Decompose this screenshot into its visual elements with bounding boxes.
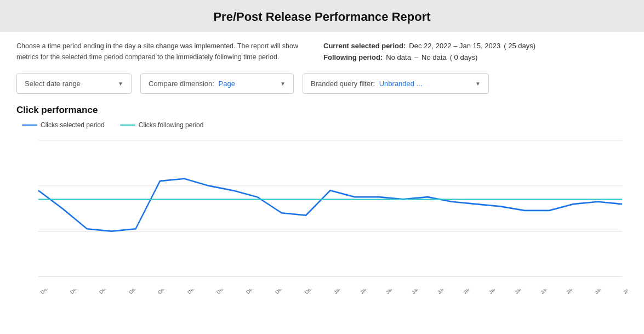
branded-query-filter-value: Unbranded ... xyxy=(379,80,423,88)
chart-section-title: Click performance xyxy=(0,101,644,121)
current-period-label: Current selected period: xyxy=(323,42,406,50)
x-label-20: Jan 11, 2023 xyxy=(594,289,628,310)
date-range-dropdown[interactable]: Select date range ▼ xyxy=(16,73,132,94)
period-info: Current selected period: Dec 22, 2022 – … xyxy=(323,41,628,61)
legend-label-selected: Clicks selected period xyxy=(41,121,105,129)
following-period-label: Following period: xyxy=(323,53,383,61)
legend-line-selected xyxy=(22,124,37,126)
chart-container: 3K 2K 1K 0 xyxy=(16,134,628,288)
compare-dimension-value: Page xyxy=(219,80,235,88)
following-period-days: ( 0 days) xyxy=(450,53,478,61)
current-period-line: Current selected period: Dec 22, 2022 – … xyxy=(323,42,628,50)
page-title: Pre/Post Release Performance Report xyxy=(11,10,633,24)
branded-arrow-icon: ▼ xyxy=(475,81,481,87)
chart-svg: 3K 2K 1K 0 xyxy=(38,134,622,288)
branded-query-filter-label: Branded query filter: Unbranded ... xyxy=(311,80,422,88)
date-range-arrow-icon: ▼ xyxy=(118,81,123,87)
compare-dimension-label: Compare dimension: Page xyxy=(149,80,235,88)
following-period-start: No data xyxy=(386,53,411,61)
legend-label-following: Clicks following period xyxy=(139,121,204,129)
chart-legend: Clicks selected period Clicks following … xyxy=(0,121,644,134)
compare-dimension-dropdown[interactable]: Compare dimension: Page ▼ xyxy=(140,73,294,94)
date-range-label: Select date range xyxy=(25,80,81,88)
legend-item-following: Clicks following period xyxy=(120,121,204,129)
following-period-line: Following period: No data – No data ( 0 … xyxy=(323,53,628,61)
legend-item-selected: Clicks selected period xyxy=(22,121,105,129)
branded-query-filter-dropdown[interactable]: Branded query filter: Unbranded ... ▼ xyxy=(303,73,489,94)
chart-area: 3K 2K 1K 0 Dec 22, 2022 Dec 23, 2022 Dec… xyxy=(0,134,644,324)
following-period-end: No data xyxy=(421,53,447,61)
current-period-days: ( 25 days) xyxy=(504,42,535,50)
legend-line-following xyxy=(120,124,135,126)
clicks-selected-line xyxy=(38,179,622,231)
page: Pre/Post Release Performance Report Choo… xyxy=(0,0,644,334)
x-axis-labels: Dec 22, 2022 Dec 23, 2022 Dec 24, 2022 D… xyxy=(16,289,628,319)
compare-arrow-icon: ▼ xyxy=(280,81,286,87)
following-period-sep: – xyxy=(414,53,418,61)
info-row: Choose a time period ending in the day a… xyxy=(0,32,644,68)
filters-row: Select date range ▼ Compare dimension: P… xyxy=(0,68,644,101)
description-text: Choose a time period ending in the day a… xyxy=(16,41,301,63)
header-bar: Pre/Post Release Performance Report xyxy=(0,0,644,32)
current-period-value: Dec 22, 2022 – Jan 15, 2023 xyxy=(409,42,500,50)
